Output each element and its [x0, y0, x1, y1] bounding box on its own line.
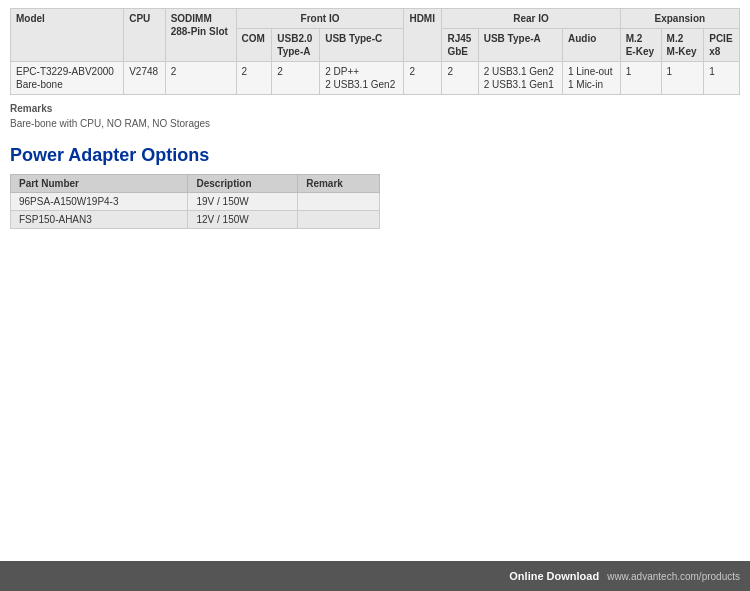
- cell-m2e: 1: [620, 62, 661, 95]
- cell-audio: 1 Line-out 1 Mic-in: [562, 62, 620, 95]
- power-table: Part Number Description Remark 96PSA-A15…: [10, 174, 380, 229]
- col-m2e: M.2E-Key: [620, 29, 661, 62]
- power-row-1: 96PSA-A150W19P4-3 19V / 150W: [11, 193, 380, 211]
- main-content: Model CPU SODIMM288-Pin Slot Front IO HD…: [0, 0, 750, 239]
- group-front-io: Front IO: [236, 9, 404, 29]
- power-part-1: 96PSA-A150W19P4-3: [11, 193, 188, 211]
- col-usbc: USB Type-C: [320, 29, 404, 62]
- col-audio: Audio: [562, 29, 620, 62]
- col-cpu: CPU: [124, 9, 166, 62]
- group-rear-io: Rear IO: [442, 9, 620, 29]
- cell-m2m: 1: [661, 62, 704, 95]
- footer: Online Download www.advantech.com/produc…: [0, 561, 750, 591]
- group-expansion: Expansion: [620, 9, 739, 29]
- cell-hdmi: 2: [404, 62, 442, 95]
- col-usb2: USB2.0Type-A: [272, 29, 320, 62]
- cell-com: 2: [236, 62, 272, 95]
- cell-usbc: 2 DP++ 2 USB3.1 Gen2: [320, 62, 404, 95]
- footer-label: Online Download: [509, 570, 599, 582]
- power-remark-1: [298, 193, 380, 211]
- col-com: COM: [236, 29, 272, 62]
- col-sodimm: SODIMM288-Pin Slot: [165, 9, 236, 62]
- specs-table: Model CPU SODIMM288-Pin Slot Front IO HD…: [10, 8, 740, 95]
- cell-pcie: 1: [704, 62, 740, 95]
- cell-rj45: 2: [442, 62, 478, 95]
- power-col-remark: Remark: [298, 175, 380, 193]
- remarks: Remarks Bare-bone with CPU, NO RAM, NO S…: [10, 101, 740, 131]
- power-remark-2: [298, 211, 380, 229]
- cell-model: EPC-T3229-ABV2000 Bare-bone: [11, 62, 124, 95]
- power-col-description: Description: [188, 175, 298, 193]
- col-usba: USB Type-A: [478, 29, 562, 62]
- col-m2m: M.2M-Key: [661, 29, 704, 62]
- power-desc-2: 12V / 150W: [188, 211, 298, 229]
- cell-sodimm: 2: [165, 62, 236, 95]
- cell-usb2: 2: [272, 62, 320, 95]
- power-part-2: FSP150-AHAN3: [11, 211, 188, 229]
- cell-cpu: V2748: [124, 62, 166, 95]
- remarks-text: Bare-bone with CPU, NO RAM, NO Storages: [10, 118, 210, 129]
- col-rj45: RJ45GbE: [442, 29, 478, 62]
- power-section-title: Power Adapter Options: [10, 145, 740, 166]
- remarks-title: Remarks: [10, 103, 52, 114]
- power-row-2: FSP150-AHAN3 12V / 150W: [11, 211, 380, 229]
- footer-url: www.advantech.com/products: [607, 571, 740, 582]
- col-hdmi: HDMI: [404, 9, 442, 62]
- power-col-part: Part Number: [11, 175, 188, 193]
- col-pcie: PCIEx8: [704, 29, 740, 62]
- col-model: Model: [11, 9, 124, 62]
- table-row: EPC-T3229-ABV2000 Bare-bone V2748 2 2 2 …: [11, 62, 740, 95]
- power-desc-1: 19V / 150W: [188, 193, 298, 211]
- cell-usba: 2 USB3.1 Gen2 2 USB3.1 Gen1: [478, 62, 562, 95]
